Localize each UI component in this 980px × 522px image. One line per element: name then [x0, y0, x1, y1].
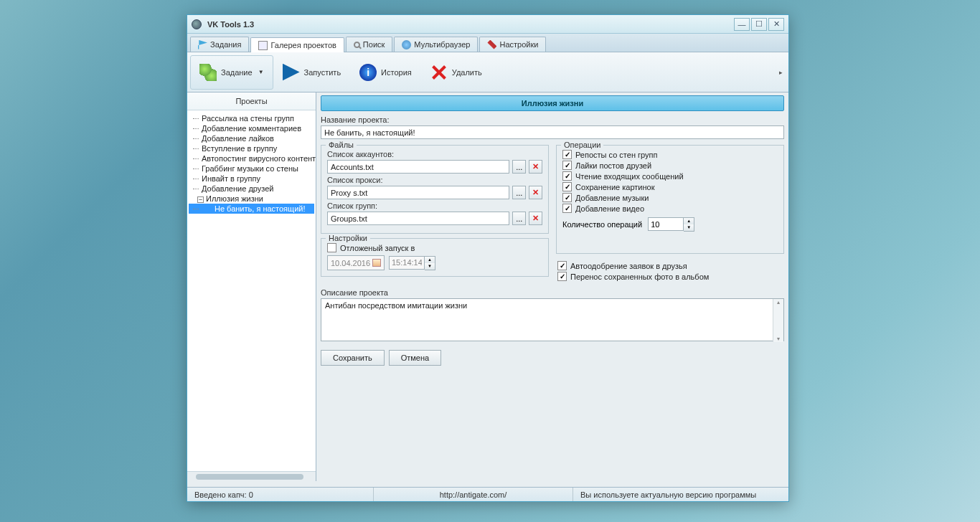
collapse-icon[interactable]: − [197, 196, 204, 203]
name-label: Название проекта: [321, 115, 784, 124]
minimize-button[interactable]: — [734, 18, 750, 31]
tree-child-selected[interactable]: Не банить, я настоящий! [189, 204, 314, 214]
tab-multibrowser[interactable]: Мультибраузер [394, 37, 478, 52]
cancel-button[interactable]: Отмена [389, 350, 441, 366]
accounts-input[interactable] [327, 160, 509, 174]
tab-gallery[interactable]: Галерея проектов [250, 37, 344, 52]
date-input[interactable]: 10.04.2016 [327, 255, 385, 270]
ops-count-input[interactable] [648, 217, 684, 231]
groups-browse-button[interactable]: ... [512, 212, 526, 225]
sidebar-hscroll[interactable] [187, 471, 316, 481]
tree-item[interactable]: Добавление лайков [189, 133, 314, 143]
gears-icon [199, 64, 217, 81]
sidebar: Проекты Рассылка на стены групп Добавлен… [187, 92, 316, 481]
files-fieldset: Файлы Список аккаунтов: ... ✕ Список про… [321, 145, 549, 234]
tree-item[interactable]: Добавление друзей [189, 184, 314, 194]
chevron-down-icon: ▼ [258, 69, 264, 75]
groups-clear-button[interactable]: ✕ [529, 212, 542, 225]
main-panel: Иллюзия жизни Название проекта: Файлы Сп… [316, 92, 788, 481]
delete-button[interactable]: Удалить [421, 55, 491, 90]
movephotos-checkbox[interactable]: ✓ [557, 272, 567, 281]
ops-count-down[interactable]: ▼ [684, 224, 694, 231]
task-button[interactable]: Задание ▼ [190, 55, 273, 90]
proxy-clear-button[interactable]: ✕ [529, 186, 542, 199]
op-checkbox[interactable]: ✓ [562, 182, 572, 191]
deferred-label: Отложеный запуск в [340, 244, 415, 252]
status-version: Вы используете актуальную версию програм… [573, 488, 788, 501]
op-checkbox[interactable]: ✓ [562, 150, 572, 159]
search-icon [354, 42, 360, 48]
ops-count-label: Количество операций [562, 220, 642, 229]
sidebar-header: Проекты [187, 92, 316, 110]
history-button[interactable]: i История [350, 55, 421, 90]
op-checkbox[interactable]: ✓ [562, 193, 572, 202]
scroll-thumb[interactable] [196, 474, 303, 480]
autoapprove-checkbox[interactable]: ✓ [557, 261, 567, 270]
tree-item[interactable]: Граббинг музыки со стены [189, 163, 314, 174]
settings-legend: Настройки [326, 234, 370, 242]
ops-count-up[interactable]: ▲ [684, 218, 694, 224]
flag-icon [198, 40, 207, 49]
groups-input[interactable] [327, 212, 509, 225]
tree-parent[interactable]: −Иллюзия жизни [189, 194, 314, 204]
globe-icon [402, 40, 411, 49]
titlebar[interactable]: VK Tools 1.3 — ☐ ✕ [187, 15, 788, 34]
files-legend: Файлы [326, 141, 357, 149]
tab-settings[interactable]: Настройки [479, 37, 546, 52]
time-down[interactable]: ▼ [425, 263, 435, 270]
op-checkbox[interactable]: ✓ [562, 161, 572, 170]
maximize-button[interactable]: ☐ [751, 18, 767, 31]
calendar-icon [372, 259, 381, 267]
description-textarea[interactable] [321, 298, 784, 341]
wrench-icon [487, 40, 496, 49]
statusbar: Введено капч: 0 http://antigate.com/ Вы … [187, 487, 788, 501]
time-input[interactable] [389, 256, 425, 270]
project-name-input[interactable] [321, 125, 784, 139]
tab-search[interactable]: Поиск [346, 37, 392, 52]
info-icon: i [359, 64, 377, 81]
run-button[interactable]: Запустить [273, 55, 351, 90]
op-checkbox[interactable]: ✓ [562, 171, 572, 181]
tree-item[interactable]: Добавление комментариев [189, 123, 314, 133]
gallery-icon [258, 41, 268, 50]
textarea-scrollbar[interactable] [773, 299, 783, 342]
accounts-label: Список аккаунтов: [327, 150, 542, 158]
tab-bar: Задания Галерея проектов Поиск Мультибра… [187, 34, 788, 52]
close-button[interactable]: ✕ [768, 18, 784, 31]
project-tree[interactable]: Рассылка на стены групп Добавление комме… [187, 110, 316, 471]
proxy-input[interactable] [327, 186, 509, 199]
settings-fieldset: Настройки Отложеный запуск в 10.04.2016 … [321, 238, 549, 277]
operations-fieldset: Операции ✓Репосты со стен групп ✓Лайки п… [556, 145, 784, 254]
toolbar-overflow[interactable]: ▸ [779, 69, 783, 76]
ops-legend: Операции [561, 141, 603, 149]
accounts-clear-button[interactable]: ✕ [529, 160, 542, 174]
save-button[interactable]: Сохранить [321, 350, 385, 366]
groups-label: Список групп: [327, 201, 542, 210]
delete-icon [430, 64, 448, 81]
proxy-label: Список прокси: [327, 176, 542, 184]
tree-item[interactable]: Инвайт в группу [189, 174, 314, 184]
accounts-browse-button[interactable]: ... [512, 160, 526, 174]
tab-tasks[interactable]: Задания [190, 37, 249, 52]
status-url[interactable]: http://antigate.com/ [374, 488, 573, 501]
app-window: VK Tools 1.3 — ☐ ✕ Задания Галерея проек… [187, 14, 789, 502]
tree-item[interactable]: Автопостинг вирусного контента [189, 153, 314, 163]
window-title: VK Tools 1.3 [204, 20, 734, 29]
project-title-banner: Иллюзия жизни [321, 95, 784, 111]
tree-item[interactable]: Вступление в группу [189, 143, 314, 153]
desc-label: Описание проекта [321, 288, 784, 297]
toolbar: Задание ▼ Запустить i История Удалить ▸ [187, 52, 788, 92]
app-icon [192, 19, 202, 29]
deferred-checkbox[interactable] [327, 243, 336, 252]
status-captcha: Введено капч: 0 [187, 488, 374, 501]
proxy-browse-button[interactable]: ... [512, 186, 526, 199]
op-checkbox[interactable]: ✓ [562, 204, 572, 213]
play-icon [283, 64, 300, 81]
time-up[interactable]: ▲ [425, 257, 435, 263]
tree-item[interactable]: Рассылка на стены групп [189, 113, 314, 123]
